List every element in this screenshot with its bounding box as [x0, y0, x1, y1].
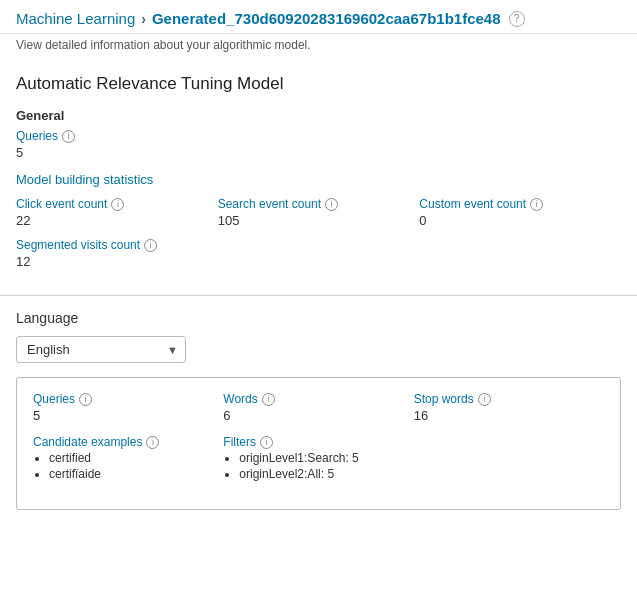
- stats-title: Model building statistics: [16, 172, 621, 187]
- segmented-visits-label: Segmented visits count i: [16, 238, 621, 252]
- stats-section: Model building statistics Click event co…: [16, 172, 621, 269]
- inner-words-value: 6: [223, 408, 230, 423]
- inner-stop-words-col: Stop words i 16: [414, 392, 604, 423]
- general-fields: Queries i 5: [16, 129, 621, 160]
- click-event-value: 22: [16, 213, 30, 228]
- language-section: Language English ▼ Queries i 5 Words i 6: [0, 296, 637, 520]
- breadcrumb-machine-learning[interactable]: Machine Learning: [16, 10, 135, 27]
- inner-row-2: Candidate examples i certified certifïai…: [33, 435, 604, 483]
- custom-event-info-icon[interactable]: i: [530, 198, 543, 211]
- list-item: originLevel1:Search: 5: [239, 451, 413, 465]
- click-event-info-icon[interactable]: i: [111, 198, 124, 211]
- inner-words-col: Words i 6: [223, 392, 413, 423]
- inner-queries-col: Queries i 5: [33, 392, 223, 423]
- candidate-list: certified certifïaide: [33, 451, 223, 481]
- stats-row-2: Segmented visits count i 12: [16, 238, 621, 269]
- inner-filters-info-icon[interactable]: i: [260, 436, 273, 449]
- inner-queries-value: 5: [33, 408, 40, 423]
- search-event-col: Search event count i 105: [218, 197, 420, 228]
- inner-filters-label: Filters i: [223, 435, 413, 449]
- search-event-label: Search event count i: [218, 197, 420, 211]
- language-dropdown[interactable]: English: [16, 336, 186, 363]
- segmented-visits-info-icon[interactable]: i: [144, 239, 157, 252]
- list-item: originLevel2:All: 5: [239, 467, 413, 481]
- inner-row-1: Queries i 5 Words i 6 Stop words i 16: [33, 392, 604, 423]
- general-label: General: [16, 108, 621, 123]
- queries-label: Queries i: [16, 129, 136, 143]
- stats-row-1: Click event count i 22 Search event coun…: [16, 197, 621, 228]
- list-item: certifïaide: [49, 467, 223, 481]
- inner-queries-label: Queries i: [33, 392, 223, 406]
- queries-value: 5: [16, 145, 136, 160]
- breadcrumb: Machine Learning › Generated_730d6092028…: [0, 0, 637, 34]
- inner-stop-words-label: Stop words i: [414, 392, 604, 406]
- click-event-col: Click event count i 22: [16, 197, 218, 228]
- header-help-icon[interactable]: ?: [509, 11, 525, 27]
- filters-list: originLevel1:Search: 5 originLevel2:All:…: [223, 451, 413, 481]
- inner-filters-col: Filters i originLevel1:Search: 5 originL…: [223, 435, 413, 483]
- inner-empty-col: [414, 435, 604, 483]
- custom-event-value: 0: [419, 213, 426, 228]
- search-event-value: 105: [218, 213, 240, 228]
- queries-field: Queries i 5: [16, 129, 136, 160]
- page-subtitle: View detailed information about your alg…: [0, 34, 637, 60]
- search-event-info-icon[interactable]: i: [325, 198, 338, 211]
- inner-queries-info-icon[interactable]: i: [79, 393, 92, 406]
- inner-stop-words-info-icon[interactable]: i: [478, 393, 491, 406]
- inner-words-info-icon[interactable]: i: [262, 393, 275, 406]
- model-title: Automatic Relevance Tuning Model: [16, 74, 621, 94]
- inner-candidate-col: Candidate examples i certified certifïai…: [33, 435, 223, 483]
- breadcrumb-separator: ›: [141, 11, 146, 27]
- click-event-label: Click event count i: [16, 197, 218, 211]
- language-stats-box: Queries i 5 Words i 6 Stop words i 16: [16, 377, 621, 510]
- language-label: Language: [16, 310, 621, 326]
- segmented-visits-value: 12: [16, 254, 30, 269]
- segmented-visits-col: Segmented visits count i 12: [16, 238, 621, 269]
- inner-candidate-info-icon[interactable]: i: [146, 436, 159, 449]
- inner-stop-words-value: 16: [414, 408, 428, 423]
- inner-words-label: Words i: [223, 392, 413, 406]
- inner-candidate-label: Candidate examples i: [33, 435, 223, 449]
- list-item: certified: [49, 451, 223, 465]
- main-section: Automatic Relevance Tuning Model General…: [0, 60, 637, 296]
- breadcrumb-current: Generated_730d60920283169602caa67b1b1fce…: [152, 10, 501, 27]
- custom-event-col: Custom event count i 0: [419, 197, 621, 228]
- custom-event-label: Custom event count i: [419, 197, 621, 211]
- language-dropdown-wrapper: English ▼: [16, 336, 186, 363]
- queries-info-icon[interactable]: i: [62, 130, 75, 143]
